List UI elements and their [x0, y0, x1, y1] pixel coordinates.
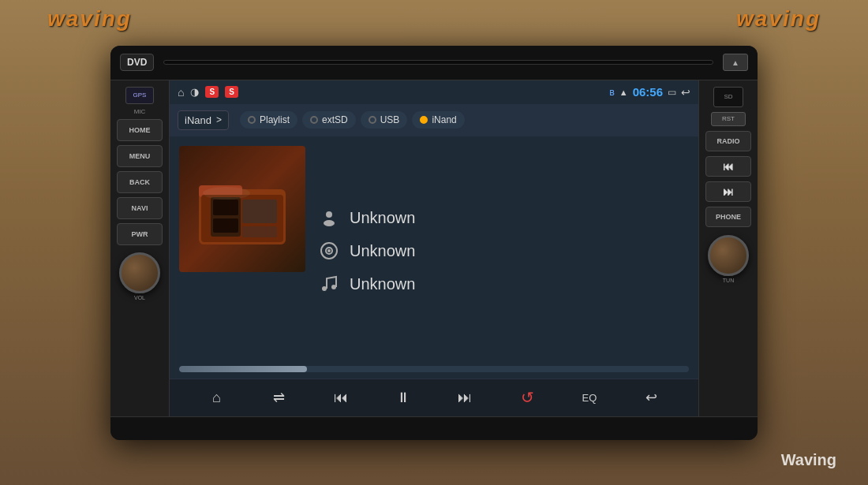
tun-label: TUN — [723, 278, 734, 283]
tun-knob-area: TUN — [708, 235, 749, 283]
status-right: ʙ ▲ 06:56 ▭ ↩ — [609, 85, 690, 99]
mic-label: MIC — [134, 108, 146, 115]
svg-rect-5 — [213, 218, 238, 233]
brightness-icon[interactable]: ◑ — [190, 86, 199, 98]
tun-knob[interactable] — [708, 235, 749, 276]
repeat-button[interactable]: ↺ — [513, 383, 541, 412]
back-control-icon[interactable]: ↩ — [638, 383, 666, 412]
album-name: Unknown — [350, 242, 415, 260]
ss-badge-1[interactable]: S — [205, 86, 219, 98]
folder-nav[interactable]: iNand > — [178, 110, 229, 130]
home-status-icon[interactable]: ⌂ — [178, 86, 184, 99]
sd-slot: SD — [713, 87, 743, 107]
wifi-icon: ▲ — [619, 88, 628, 97]
inand-dot — [420, 116, 428, 124]
tab-extsd-label: extSD — [322, 114, 348, 125]
album-art — [179, 146, 305, 272]
prev-track-button[interactable]: ⏮ — [705, 156, 751, 177]
svg-rect-7 — [242, 226, 277, 237]
left-controls: GPS MIC HOME MENU BACK NAVI PWR VOL — [114, 87, 166, 300]
gps-button[interactable]: GPS — [125, 87, 154, 104]
tab-playlist[interactable]: Playlist — [240, 111, 297, 129]
playlist-dot — [248, 116, 256, 124]
screen-cast-icon[interactable]: ▭ — [668, 87, 676, 98]
device-body: GPS MIC HOME MENU BACK NAVI PWR VOL ⌂ ◑ … — [110, 80, 758, 416]
home-control-icon[interactable]: ⌂ — [202, 383, 230, 412]
tab-extsd[interactable]: extSD — [302, 111, 356, 129]
device-top-bar: DVD ▲ — [110, 46, 758, 80]
progress-bar-background[interactable] — [179, 366, 689, 372]
dvd-label: DVD — [120, 54, 154, 71]
ss-badge-2[interactable]: S — [225, 86, 238, 98]
tab-inand-label: iNand — [432, 114, 456, 125]
next-track-button[interactable]: ⏭ — [705, 181, 751, 202]
folder-nav-arrow: > — [216, 114, 222, 125]
folder-artwork-icon — [195, 170, 290, 248]
artist-icon — [318, 207, 340, 229]
tab-playlist-label: Playlist — [260, 114, 290, 125]
music-main: Unknown Unknown — [170, 136, 698, 366]
svg-point-14 — [322, 286, 327, 291]
music-player: iNand > Playlist extSD USB — [170, 104, 698, 416]
svg-rect-6 — [242, 200, 277, 223]
album-icon — [318, 240, 340, 262]
device-bottom-bar — [110, 416, 758, 440]
prev-button[interactable]: ⏮ — [327, 383, 355, 412]
watermark-top: waving waving — [47, 6, 821, 32]
navi-button[interactable]: NAVI — [117, 197, 163, 219]
source-bar: iNand > Playlist extSD USB — [170, 104, 698, 136]
left-panel: GPS MIC HOME MENU BACK NAVI PWR VOL — [110, 80, 170, 416]
phone-button[interactable]: PHONE — [705, 207, 751, 227]
shuffle-button[interactable]: ⇌ — [264, 383, 293, 412]
vol-knob[interactable] — [119, 252, 160, 293]
progress-area — [170, 366, 698, 379]
song-row: Unknown — [318, 273, 689, 295]
music-note-svg — [320, 274, 339, 293]
artist-name: Unknown — [350, 209, 415, 227]
car-stereo-unit: DVD ▲ GPS MIC HOME MENU BACK NAVI PWR VO… — [110, 46, 758, 440]
song-icon — [318, 273, 340, 295]
svg-point-15 — [331, 285, 336, 289]
svg-point-8 — [203, 187, 250, 200]
svg-rect-4 — [213, 200, 238, 215]
next-button[interactable]: ⏭ — [451, 383, 479, 412]
screen: ⌂ ◑ S S ʙ ▲ 06:56 ▭ ↩ iNand > — [170, 80, 698, 416]
person-svg — [320, 208, 339, 227]
tab-usb[interactable]: USB — [361, 111, 408, 129]
play-pause-button[interactable]: ⏸ — [389, 383, 417, 412]
status-bar: ⌂ ◑ S S ʙ ▲ 06:56 ▭ ↩ — [170, 80, 698, 104]
extsd-dot — [310, 116, 318, 124]
svg-point-13 — [327, 249, 331, 252]
album-row: Unknown — [318, 240, 689, 262]
disc-svg — [320, 241, 339, 260]
folder-nav-label: iNand — [185, 114, 211, 126]
bluetooth-icon: ʙ — [609, 87, 615, 98]
tab-inand[interactable]: iNand — [412, 111, 464, 129]
eject-button[interactable]: ▲ — [723, 54, 748, 71]
watermark-bottom: Waving — [781, 451, 836, 469]
track-info: Unknown Unknown — [318, 146, 689, 356]
usb-dot — [369, 116, 376, 124]
pwr-button[interactable]: PWR — [117, 223, 163, 245]
tab-usb-label: USB — [380, 114, 400, 125]
svg-point-10 — [324, 220, 335, 226]
rst-button[interactable]: RST — [711, 112, 746, 126]
vol-label: VOL — [134, 295, 145, 300]
progress-bar-fill — [179, 366, 307, 372]
home-button[interactable]: HOME — [117, 119, 163, 141]
song-name: Unknown — [350, 275, 415, 293]
artist-row: Unknown — [318, 207, 689, 229]
right-panel: SD RST RADIO ⏮ ⏭ PHONE TUN — [698, 80, 758, 416]
disc-slot — [163, 60, 713, 65]
svg-point-9 — [326, 211, 332, 218]
playback-controls: ⌂ ⇌ ⏮ ⏸ ⏭ ↺ EQ ↩ — [170, 379, 698, 416]
nav-back-icon[interactable]: ↩ — [681, 86, 690, 99]
radio-button[interactable]: RADIO — [705, 131, 751, 151]
time-display: 06:56 — [633, 85, 663, 99]
menu-button[interactable]: MENU — [117, 145, 163, 167]
eq-button[interactable]: EQ — [575, 383, 604, 412]
vol-knob-area: VOL — [119, 252, 160, 300]
back-button[interactable]: BACK — [117, 171, 163, 193]
